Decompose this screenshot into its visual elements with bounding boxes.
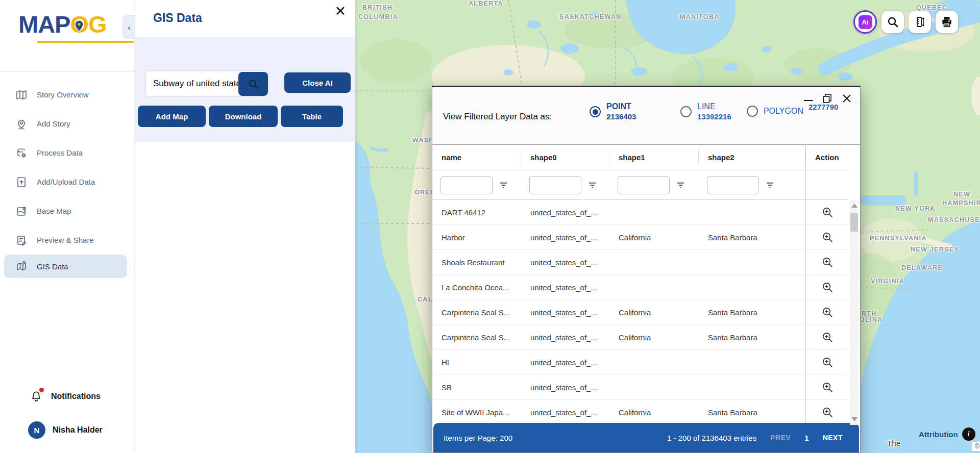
filter-label: View Filtered Layer Data as: (443, 112, 552, 122)
user-profile[interactable]: N Nisha Halder (0, 421, 134, 439)
prev-page-button[interactable]: PREV (770, 434, 791, 442)
sidebar-item-gis-data[interactable]: GIS Data (4, 255, 127, 278)
map-label: DELAWARE (901, 264, 943, 271)
filter-input-shape1[interactable] (618, 176, 670, 194)
ai-assistant-button[interactable]: Ai (853, 10, 877, 34)
map-label: MASSACHUSETTS (928, 216, 980, 223)
column-header-shape1[interactable]: shape1 (609, 144, 699, 170)
radio-line[interactable]: LINE 13392216 (680, 102, 731, 122)
map-label: SASKATCHEWAN (559, 13, 622, 20)
notification-badge (39, 388, 44, 392)
cell-shape1: California (609, 225, 699, 249)
sidebar-item-base-map[interactable]: Base Map (0, 196, 134, 225)
scroll-down-icon[interactable] (851, 417, 857, 421)
sidebar-item-label: Base Map (37, 207, 71, 215)
table-row: Shoals Restaurant united_states_of_... (432, 250, 849, 275)
cell-shape2 (699, 200, 805, 224)
search-icon (887, 16, 899, 28)
radio-circle-line[interactable] (680, 106, 692, 117)
chevron-left-icon: ‹ (128, 23, 131, 32)
measure-button[interactable] (909, 11, 931, 33)
sidebar-item-process-data[interactable]: Process Data (0, 138, 134, 167)
search-submit-button[interactable] (238, 72, 268, 96)
column-header-name[interactable]: name (432, 144, 521, 170)
filter-icon[interactable] (676, 181, 685, 189)
filter-input-name[interactable] (440, 176, 493, 194)
sidebar-item-label: Process Data (37, 148, 83, 157)
cell-shape0: united_states_of_... (521, 400, 609, 423)
gis-data-panel: GIS Data ✕ Close AI Add Map Downlo (134, 0, 355, 453)
cell-shape2: Santa Barbara (699, 225, 805, 249)
sidebar-item-story-overview[interactable]: Story Overview (0, 80, 134, 109)
panel-close-icon[interactable]: ✕ (334, 3, 346, 19)
zoom-to-feature-button[interactable] (805, 350, 849, 374)
cell-shape2 (699, 250, 805, 274)
radio-circle-point[interactable] (590, 106, 601, 117)
map-label: NEW JERSEY (911, 246, 959, 253)
zoom-to-feature-button[interactable] (805, 300, 849, 324)
zoom-to-feature-button[interactable] (805, 200, 849, 224)
cell-shape0: united_states_of_... (521, 325, 609, 349)
app-logo[interactable]: MAPOG (0, 0, 134, 57)
map-label: MANITOBA (680, 13, 720, 20)
scrollbar-thumb[interactable] (850, 213, 858, 232)
zoom-to-feature-button[interactable] (805, 325, 849, 349)
map-label: The (887, 439, 900, 447)
next-page-button[interactable]: NEXT (823, 434, 843, 442)
filter-input-shape2[interactable] (707, 176, 759, 194)
filter-icon[interactable] (588, 181, 597, 189)
scroll-up-icon[interactable] (851, 204, 857, 208)
close-icon[interactable] (842, 93, 852, 104)
info-icon[interactable]: i (962, 427, 975, 441)
cell-shape0: united_states_of_... (521, 275, 609, 299)
attribution[interactable]: Attribution i (919, 427, 975, 441)
attribution-label: Attribution (919, 430, 958, 439)
cell-name: Site of WWII Japa... (432, 400, 521, 423)
add-map-button[interactable]: Add Map (138, 106, 206, 127)
close-ai-button[interactable]: Close AI (284, 72, 351, 93)
sidebar-item-label: Add Story (37, 119, 70, 128)
download-button[interactable]: Download (209, 106, 278, 127)
radio-point[interactable]: POINT 2136403 (590, 102, 636, 122)
sidebar-item-preview-share[interactable]: Preview & Share (0, 225, 134, 255)
filter-input-shape0[interactable] (529, 176, 581, 194)
panel-search-section: Close AI Add Map Download Table (134, 37, 355, 142)
filter-icon[interactable] (499, 181, 508, 189)
minimize-icon[interactable] (804, 100, 813, 102)
map-toolbar: Ai (853, 10, 958, 34)
radio-polygon[interactable]: POLYGON 2277790 (747, 106, 838, 117)
cell-shape0: united_states_of_... (521, 250, 609, 274)
zoom-to-feature-button[interactable] (805, 250, 849, 274)
zoom-in-icon (822, 382, 834, 393)
cell-shape2: Santa Barbara (699, 300, 805, 324)
polygon-label: POLYGON (764, 107, 803, 116)
map-search-button[interactable] (881, 11, 904, 33)
table-button[interactable]: Table (281, 106, 343, 127)
dialog-scrollbar[interactable] (850, 200, 859, 425)
sidebar-item-label: Add/Upload Data (37, 178, 95, 186)
zoom-to-feature-button[interactable] (805, 375, 849, 399)
notifications-label: Notifications (51, 392, 101, 401)
sidebar-item-add-story[interactable]: Add Story (0, 109, 134, 138)
zoom-to-feature-button[interactable] (805, 275, 849, 299)
zoom-to-feature-button[interactable] (805, 225, 849, 249)
panel-actions-row: Add Map Download Table (138, 106, 343, 127)
table-filter-row (432, 170, 849, 200)
print-button[interactable] (936, 11, 958, 33)
column-header-shape0[interactable]: shape0 (521, 144, 609, 170)
filter-icon[interactable] (766, 181, 774, 189)
sidebar-item-label: Preview & Share (37, 236, 94, 244)
column-header-shape2[interactable]: shape2 (699, 144, 805, 170)
cell-shape1: California (609, 400, 699, 423)
cell-name: Shoals Restaurant (432, 250, 521, 274)
avatar[interactable]: N (28, 421, 45, 439)
notifications[interactable]: Notifications (0, 390, 134, 403)
panel-header: GIS Data ✕ (134, 0, 355, 37)
table-row: Harbor united_states_of_... California S… (432, 225, 849, 250)
radio-circle-polygon[interactable] (747, 106, 758, 117)
zoom-to-feature-button[interactable] (805, 400, 849, 423)
sidebar-item-add-upload-data[interactable]: Add/Upload Data (0, 167, 134, 196)
sidebar-collapse-button[interactable]: ‹ (122, 15, 135, 39)
point-count: 2136403 (606, 112, 636, 122)
entries-range-label: 1 - 200 of 2136403 entries (667, 434, 756, 442)
